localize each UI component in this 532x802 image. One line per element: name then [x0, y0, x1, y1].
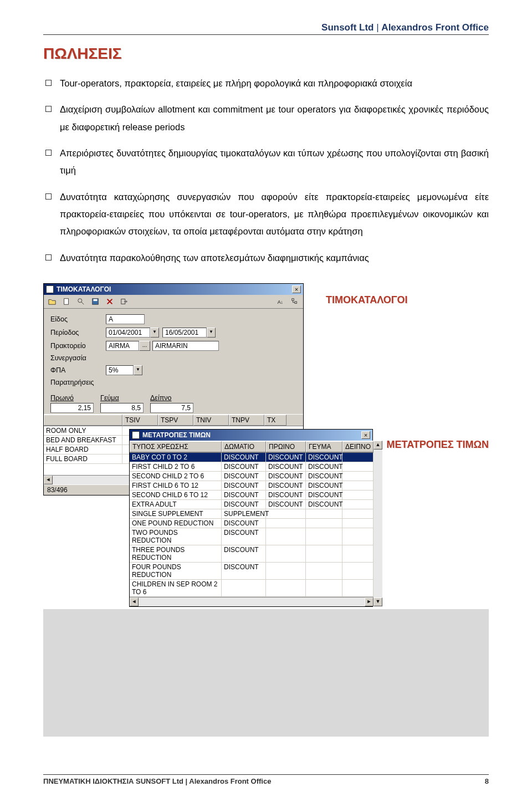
grid-cell: DISCOUNT [222, 481, 266, 490]
search-icon[interactable] [75, 296, 87, 307]
input-agent-code[interactable]: AIRMA [106, 341, 139, 351]
grid-cell [266, 563, 306, 579]
grid-cell: CHILDREN IN SEP ROOM 2 TO 6 [130, 580, 222, 596]
grid-cell: DISCOUNT [306, 453, 342, 462]
bullet-list: Tour-operators, πρακτορεία, εταιρείες με… [43, 75, 489, 267]
grid-row[interactable]: THREE POUNDS REDUCTIONDISCOUNT [130, 545, 374, 563]
grid-cell: EXTRA ADULT [130, 500, 222, 509]
fpa-dropdown[interactable]: ▼ [134, 365, 142, 375]
input-date-to[interactable]: 16/05/2001 [162, 328, 207, 338]
date-to-dropdown[interactable]: ▼ [207, 328, 216, 338]
grid-row[interactable]: FOUR POUNDS REDUCTIONDISCOUNT [130, 563, 374, 580]
tree-icon[interactable] [289, 296, 301, 307]
bullet-item: Tour-operators, πρακτορεία, εταιρείες με… [43, 75, 489, 92]
grid-cell: DISCOUNT [266, 462, 306, 471]
input-eidos[interactable]: A [106, 314, 145, 324]
save-icon[interactable] [89, 296, 101, 307]
grid-cell [266, 580, 306, 596]
grid-cell: DISCOUNT [222, 500, 266, 509]
header-company: Sunsoft Ltd [321, 22, 374, 33]
open-icon[interactable] [46, 296, 58, 307]
col-tx[interactable]: TX [264, 415, 287, 426]
label-agent: Πρακτορείο [50, 342, 106, 350]
grid-cell [342, 519, 374, 528]
col-lunch[interactable]: ΓΕΥΜΑ [306, 441, 342, 452]
new-icon[interactable] [60, 296, 73, 307]
window-conversions: ΜΕΤΑΤΡΟΠΕΣ ΤΙΜΩΝ × ΤΥΠΟΣ ΧΡΕΩΣΗΣ ΔΩΜΑΤΙΟ… [129, 429, 373, 607]
val-geuma[interactable]: 8,5 [100, 403, 144, 413]
col-tsiv[interactable]: TSIV [122, 415, 158, 426]
toolbar: A↓ [44, 295, 303, 309]
grid-cell [342, 563, 374, 579]
grid-cell: DISCOUNT [222, 528, 266, 545]
delete-icon[interactable] [104, 296, 116, 307]
grid-cell [342, 545, 374, 562]
grid-cell: DISCOUNT [306, 491, 342, 499]
grid2-header: ΤΥΠΟΣ ΧΡΕΩΣΗΣ ΔΩΜΑΤΙΟ ΠΡΩΙΝΟ ΓΕΥΜΑ ΔΕΙΠΝ… [130, 441, 374, 453]
svg-rect-9 [292, 299, 294, 301]
v-scrollbar[interactable]: ▲ ▼ [374, 441, 382, 606]
col-tniv[interactable]: TNIV [193, 415, 229, 426]
grid-row[interactable]: SECOND CHILD 6 TO 12DISCOUNTDISCOUNTDISC… [130, 491, 374, 500]
h-scrollbar[interactable]: ◄ ► [130, 597, 374, 606]
section-title: ΠΩΛΗΣΕΙΣ [43, 45, 489, 63]
exit-icon[interactable] [118, 296, 130, 307]
grid-cell [342, 462, 374, 471]
header-sep: | [376, 22, 381, 33]
grid-cell: DISCOUNT [266, 472, 306, 481]
scroll-right-icon[interactable]: ► [365, 597, 374, 606]
window-icon [46, 285, 54, 293]
input-agent-name[interactable]: AIRMARIN [152, 341, 219, 351]
label-notes: Παρατηρήσεις [50, 379, 106, 386]
val-proino[interactable]: 2,15 [50, 403, 94, 413]
col-room[interactable]: ΔΩΜΑΤΙΟ [222, 441, 266, 452]
grid-cell: SECOND CHILD 6 TO 12 [130, 491, 222, 499]
scroll-left-icon[interactable]: ◄ [130, 597, 139, 606]
input-date-from[interactable]: 01/04/2001 [106, 328, 150, 338]
grid-cell [342, 580, 374, 596]
close-button[interactable]: × [292, 285, 301, 293]
grid-row[interactable]: SINGLE SUPPLEMENTSUPPLEMENT [130, 509, 374, 519]
grid-cell [342, 491, 374, 499]
close-button[interactable]: × [361, 431, 370, 439]
grid-cell: DISCOUNT [306, 481, 342, 490]
grid-cell [306, 528, 342, 545]
scroll-down-icon[interactable]: ▼ [374, 597, 382, 606]
scroll-up-icon[interactable]: ▲ [374, 441, 382, 449]
grid-header: TSIV TSPV TNIV TNPV TX [44, 414, 303, 426]
col-breakfast[interactable]: ΠΡΩΙΝΟ [266, 441, 306, 452]
col-dinner[interactable]: ΔΕΙΠΝΟ [342, 441, 374, 452]
grid-row[interactable]: SECOND CHILD 2 TO 6DISCOUNTDISCOUNTDISCO… [130, 472, 374, 481]
val-deipno[interactable]: 7,5 [150, 403, 193, 413]
sort-icon[interactable]: A↓ [274, 296, 287, 307]
titlebar[interactable]: ΜΕΤΑΤΡΟΠΕΣ ΤΙΜΩΝ × [130, 430, 372, 441]
input-fpa[interactable]: 5% [106, 365, 134, 375]
titlebar[interactable]: ΤΙΜΟΚΑΤΑΛΟΓΟΙ × [44, 284, 303, 295]
grid-row[interactable]: CHILDREN IN SEP ROOM 2 TO 6 [130, 580, 374, 597]
col-tspv[interactable]: TSPV [158, 415, 193, 426]
grid-row[interactable]: ONE POUND REDUCTIONDISCOUNT [130, 519, 374, 528]
svg-rect-4 [94, 299, 98, 302]
window-icon [132, 431, 140, 439]
bullet-item: Δυνατότητα καταχώρησης συνεργασιών που α… [43, 188, 489, 241]
grid-cell: THREE POUNDS REDUCTION [130, 545, 222, 562]
grid-row[interactable]: TWO POUNDS REDUCTIONDISCOUNT [130, 528, 374, 545]
grid-cell [306, 545, 342, 562]
grid-row[interactable]: BABY COT 0 TO 2DISCOUNTDISCOUNTDISCOUNT [130, 453, 374, 462]
grid-cell [342, 472, 374, 481]
grid-cell: DISCOUNT [222, 519, 266, 528]
agent-lookup-button[interactable]: ... [139, 341, 150, 351]
grid-row[interactable]: FIRST CHILD 2 TO 6DISCOUNTDISCOUNTDISCOU… [130, 462, 374, 472]
col-proino: Πρωινό [50, 394, 100, 402]
grid-cell: DISCOUNT [222, 563, 266, 579]
grid-cell: SUPPLEMENT [222, 509, 266, 518]
grid-cell: DISCOUNT [222, 472, 266, 481]
col-type[interactable]: ΤΥΠΟΣ ΧΡΕΩΣΗΣ [130, 441, 222, 452]
grid-row[interactable]: EXTRA ADULTDISCOUNTDISCOUNTDISCOUNT [130, 500, 374, 509]
grid-cell: FIRST CHILD 6 TO 12 [130, 481, 222, 490]
col-tnpv[interactable]: TNPV [229, 415, 264, 426]
date-from-dropdown[interactable]: ▼ [150, 328, 159, 338]
grid-row[interactable]: FIRST CHILD 6 TO 12DISCOUNTDISCOUNTDISCO… [130, 481, 374, 491]
grid-cell [342, 500, 374, 509]
grid-cell [222, 580, 266, 596]
